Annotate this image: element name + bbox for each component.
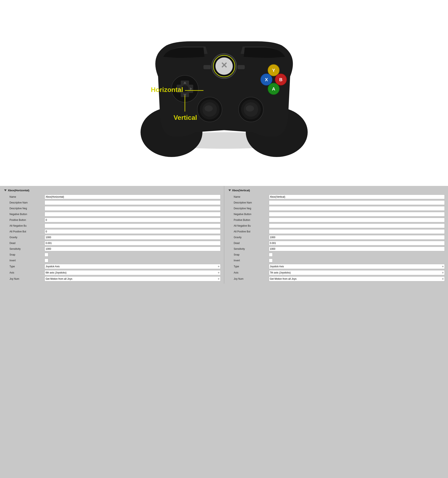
form-input[interactable] xyxy=(269,235,445,240)
form-label: Joy Num xyxy=(228,277,269,280)
form-row: Axis6th axis (Joysticks)÷ xyxy=(3,270,221,276)
right-panel-form: NameDescriptive NamDescriptive NegNegati… xyxy=(228,194,445,282)
form-select-value: Get Motion from all Joys xyxy=(46,277,72,280)
form-input[interactable] xyxy=(45,235,221,240)
svg-text:✕: ✕ xyxy=(221,61,228,70)
form-label: Name xyxy=(228,195,269,198)
controller-svg: ✕ xyxy=(133,25,315,161)
svg-text:Horizontal: Horizontal xyxy=(151,86,183,93)
form-row: Joy NumGet Motion from all Joys÷ xyxy=(228,276,445,282)
svg-text:Vertical: Vertical xyxy=(173,114,197,121)
form-row: Descriptive Nam xyxy=(3,200,221,206)
select-arrow-icon: ÷ xyxy=(218,277,220,281)
svg-point-24 xyxy=(246,105,254,112)
form-row: Positive Button xyxy=(3,217,221,223)
form-label: Snap xyxy=(228,253,269,256)
svg-text:X: X xyxy=(265,77,268,82)
form-input[interactable] xyxy=(269,200,445,205)
form-input[interactable] xyxy=(269,224,445,228)
form-input[interactable] xyxy=(269,195,445,199)
form-input[interactable] xyxy=(269,206,445,211)
form-label: Name xyxy=(3,195,45,198)
form-input[interactable] xyxy=(269,218,445,222)
form-input[interactable] xyxy=(45,218,221,222)
form-select[interactable]: Get Motion from all Joys÷ xyxy=(269,277,445,281)
panels-section: Xbox(Horizontal) NameDescriptive NamDesc… xyxy=(0,186,448,284)
form-row: TypeJoystick Axis÷ xyxy=(3,263,221,270)
form-label: Alt Negative Bu xyxy=(3,224,45,227)
right-panel-header: Xbox(Vertical) xyxy=(228,188,445,193)
form-row: Descriptive Neg xyxy=(3,206,221,211)
select-arrow-icon: ÷ xyxy=(442,277,444,281)
form-input[interactable] xyxy=(269,241,445,245)
form-row: Alt Negative Bu xyxy=(3,223,221,229)
form-checkbox[interactable] xyxy=(269,259,273,262)
form-label: Joy Num xyxy=(3,277,45,280)
form-row: Sensitivity xyxy=(3,246,221,252)
form-input[interactable] xyxy=(45,206,221,211)
form-label: Positive Button xyxy=(228,219,269,221)
form-select[interactable]: Get Motion from all Joys÷ xyxy=(45,277,221,281)
form-select-value: Joystick Axis xyxy=(46,265,60,268)
form-label: Negative Button xyxy=(228,213,269,216)
form-label: Alt Negative Bu xyxy=(228,224,269,227)
svg-text:Y: Y xyxy=(272,68,275,73)
form-select-value: 7th axis (Joysticks) xyxy=(270,271,291,274)
left-panel-triangle[interactable] xyxy=(4,189,6,191)
svg-point-20 xyxy=(204,105,213,112)
form-row: Alt Negative Bu xyxy=(228,223,445,229)
select-arrow-icon: ÷ xyxy=(218,271,220,274)
form-row: Snap xyxy=(3,252,221,258)
form-label: Invert xyxy=(3,259,45,262)
form-label: Invert xyxy=(228,259,269,262)
form-label: Positive Button xyxy=(3,219,45,221)
svg-rect-8 xyxy=(238,65,245,69)
form-label: Descriptive Neg xyxy=(228,207,269,210)
form-select[interactable]: 6th axis (Joysticks)÷ xyxy=(45,270,221,275)
form-select[interactable]: Joystick Axis÷ xyxy=(269,264,445,269)
form-label: Descriptive Nam xyxy=(228,201,269,204)
svg-text:A: A xyxy=(272,86,275,92)
select-arrow-icon: ÷ xyxy=(218,265,220,268)
form-row: Descriptive Nam xyxy=(228,200,445,206)
form-select-value: Get Motion from all Joys xyxy=(270,277,296,280)
select-arrow-icon: ÷ xyxy=(442,265,444,268)
form-row: Invert xyxy=(3,258,221,263)
form-input[interactable] xyxy=(45,195,221,199)
form-input[interactable] xyxy=(45,224,221,228)
form-select[interactable]: Joystick Axis÷ xyxy=(45,264,221,269)
select-arrow-icon: ÷ xyxy=(442,271,444,274)
form-label: Gravity xyxy=(3,236,45,239)
form-checkbox[interactable] xyxy=(45,253,48,257)
form-label: Axis xyxy=(3,271,45,274)
form-checkbox[interactable] xyxy=(269,253,273,257)
form-select[interactable]: 7th axis (Joysticks)÷ xyxy=(269,270,445,275)
form-label: Alt Positive But xyxy=(3,230,45,233)
form-row: Negative Button xyxy=(3,211,221,217)
form-label: Dead xyxy=(3,242,45,245)
form-row: Axis7th axis (Joysticks)÷ xyxy=(228,270,445,276)
form-label: Sensitivity xyxy=(228,247,269,250)
form-input[interactable] xyxy=(45,241,221,245)
form-label: Sensitivity xyxy=(3,247,45,250)
form-input[interactable] xyxy=(45,229,221,234)
form-row: Alt Positive But xyxy=(228,229,445,234)
form-input[interactable] xyxy=(45,200,221,205)
form-label: Type xyxy=(3,265,45,268)
left-panel-title: Xbox(Horizontal) xyxy=(8,189,29,192)
form-checkbox[interactable] xyxy=(45,259,48,262)
form-label: Axis xyxy=(228,271,269,274)
controller-image-area: ✕ xyxy=(131,23,317,163)
right-panel-triangle[interactable] xyxy=(228,189,231,191)
form-input[interactable] xyxy=(269,229,445,234)
form-input[interactable] xyxy=(269,247,445,251)
form-row: Dead xyxy=(228,240,445,246)
form-input[interactable] xyxy=(45,212,221,216)
form-row: Name xyxy=(228,194,445,200)
form-label: Dead xyxy=(228,242,269,245)
form-input[interactable] xyxy=(269,212,445,216)
form-input[interactable] xyxy=(45,247,221,251)
form-row: Name xyxy=(3,194,221,200)
form-row: Negative Button xyxy=(228,211,445,217)
form-row: Gravity xyxy=(228,234,445,240)
